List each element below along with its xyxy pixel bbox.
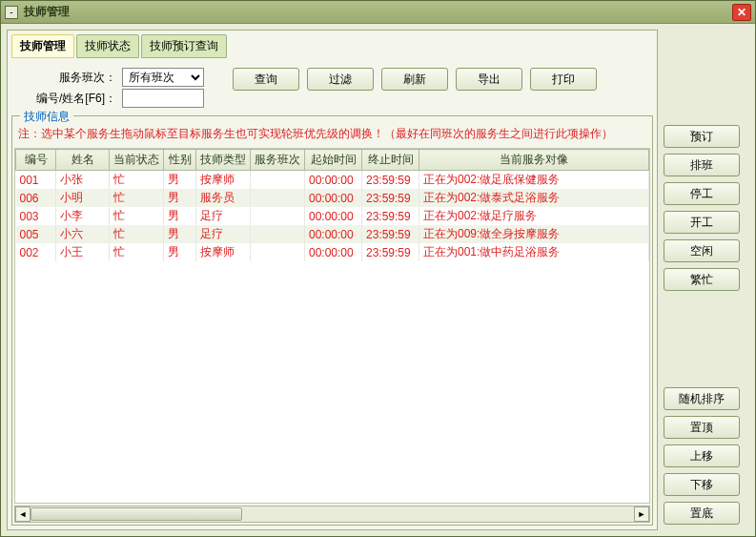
- top-button[interactable]: 置顶: [664, 416, 740, 439]
- cell-start: 00:00:00: [305, 243, 362, 261]
- tab-technician-manage[interactable]: 技师管理: [11, 34, 74, 58]
- table-header-row: 编号 姓名 当前状态 性别 技师类型 服务班次 起始时间 终止时间 当前服务对像: [16, 150, 649, 171]
- cell-id: 006: [16, 189, 56, 207]
- col-end[interactable]: 终止时间: [362, 150, 419, 171]
- cell-end: 23:59:59: [362, 243, 419, 261]
- horizontal-scrollbar[interactable]: ◄ ►: [14, 506, 650, 523]
- table-row[interactable]: 002小王忙男按摩师00:00:0023:59:59正在为001:做中药足浴服务: [16, 243, 649, 261]
- id-input[interactable]: [122, 89, 204, 108]
- shift-label: 服务班次：: [31, 70, 116, 86]
- shift-select[interactable]: 所有班次: [122, 68, 204, 87]
- note-text: 注：选中某个服务生拖动鼠标至目标服务生也可实现轮班优先级的调换！（最好在同班次的…: [12, 116, 652, 146]
- cell-type: 足疗: [196, 225, 251, 243]
- technician-table: 编号 姓名 当前状态 性别 技师类型 服务班次 起始时间 终止时间 当前服务对像: [15, 149, 649, 261]
- cell-status: 忙: [110, 207, 164, 225]
- cell-name: 小李: [56, 207, 110, 225]
- cell-shift: [251, 207, 305, 225]
- id-label: 编号/姓名[F6]：: [31, 91, 116, 107]
- cell-target: 正在为002:做足疗服务: [419, 207, 649, 225]
- cell-type: 按摩师: [196, 243, 251, 261]
- window-title: 技师管理: [24, 4, 732, 20]
- col-name[interactable]: 姓名: [56, 150, 110, 171]
- cell-shift: [251, 171, 305, 190]
- col-target[interactable]: 当前服务对像: [419, 150, 649, 171]
- cell-id: 002: [16, 243, 56, 261]
- idle-button[interactable]: 空闲: [664, 239, 740, 262]
- random-button[interactable]: 随机排序: [664, 387, 740, 410]
- cell-status: 忙: [110, 225, 164, 243]
- cell-shift: [251, 189, 305, 207]
- cell-name: 小明: [56, 189, 110, 207]
- scroll-left-icon[interactable]: ◄: [15, 506, 31, 522]
- bottom-button[interactable]: 置底: [664, 502, 740, 525]
- table-row[interactable]: 006小明忙男服务员00:00:0023:59:59正在为002:做泰式足浴服务: [16, 189, 649, 207]
- up-button[interactable]: 上移: [664, 444, 740, 467]
- cell-name: 小张: [56, 171, 110, 190]
- cell-id: 001: [16, 171, 56, 190]
- filter-button[interactable]: 过滤: [307, 68, 374, 91]
- table-row[interactable]: 005小六忙男足疗00:00:0023:59:59正在为009:做全身按摩服务: [16, 225, 649, 243]
- scroll-thumb[interactable]: [31, 507, 242, 521]
- refresh-button[interactable]: 刷新: [381, 68, 448, 91]
- cell-shift: [251, 243, 305, 261]
- cell-type: 足疗: [196, 207, 251, 225]
- cell-id: 003: [16, 207, 56, 225]
- table-wrap[interactable]: 编号 姓名 当前状态 性别 技师类型 服务班次 起始时间 终止时间 当前服务对像: [14, 148, 650, 504]
- table-row[interactable]: 001小张忙男按摩师00:00:0023:59:59正在为002:做足底保健服务: [16, 171, 649, 190]
- busy-button[interactable]: 繁忙: [664, 268, 740, 291]
- cell-shift: [251, 225, 305, 243]
- cell-start: 00:00:00: [305, 189, 362, 207]
- cell-target: 正在为001:做中药足浴服务: [419, 243, 649, 261]
- cell-end: 23:59:59: [362, 189, 419, 207]
- cell-status: 忙: [110, 189, 164, 207]
- close-icon[interactable]: ✕: [732, 4, 751, 21]
- cell-start: 00:00:00: [305, 171, 362, 190]
- scroll-right-icon[interactable]: ►: [634, 506, 649, 522]
- scroll-track[interactable]: [31, 506, 634, 522]
- cell-status: 忙: [110, 243, 164, 261]
- cell-gender: 男: [164, 189, 196, 207]
- table-row[interactable]: 003小李忙男足疗00:00:0023:59:59正在为002:做足疗服务: [16, 207, 649, 225]
- cell-gender: 男: [164, 207, 196, 225]
- tab-technician-status[interactable]: 技师状态: [76, 34, 139, 58]
- toolbar: 查询 过滤 刷新 导出 打印: [233, 68, 597, 91]
- cell-name: 小六: [56, 225, 110, 243]
- content: 技师管理 技师状态 技师预订查询 服务班次： 所有班次 编号/姓名[F6]：: [1, 24, 755, 536]
- start-button[interactable]: 开工: [664, 211, 740, 234]
- col-gender[interactable]: 性别: [164, 150, 196, 171]
- cell-status: 忙: [110, 171, 164, 190]
- cell-gender: 男: [164, 171, 196, 190]
- col-status[interactable]: 当前状态: [110, 150, 164, 171]
- schedule-button[interactable]: 排班: [664, 154, 740, 176]
- col-start[interactable]: 起始时间: [305, 150, 362, 171]
- col-id[interactable]: 编号: [16, 150, 56, 171]
- main-panel: 技师管理 技师状态 技师预订查询 服务班次： 所有班次 编号/姓名[F6]：: [7, 30, 658, 530]
- col-type[interactable]: 技师类型: [196, 150, 251, 171]
- stop-button[interactable]: 停工: [664, 182, 740, 205]
- cell-target: 正在为009:做全身按摩服务: [419, 225, 649, 243]
- cell-end: 23:59:59: [362, 171, 419, 190]
- titlebar: - 技师管理 ✕: [1, 1, 755, 24]
- export-button[interactable]: 导出: [456, 68, 522, 91]
- cell-gender: 男: [164, 225, 196, 243]
- cell-target: 正在为002:做泰式足浴服务: [419, 189, 649, 207]
- fieldset-legend: 技师信息: [20, 109, 73, 125]
- query-button[interactable]: 查询: [233, 68, 299, 91]
- cell-name: 小王: [56, 243, 110, 261]
- cell-type: 按摩师: [196, 171, 251, 190]
- window: - 技师管理 ✕ 技师管理 技师状态 技师预订查询 服务班次： 所有班次: [0, 0, 756, 537]
- tab-technician-reserve-query[interactable]: 技师预订查询: [141, 34, 227, 58]
- print-button[interactable]: 打印: [530, 68, 597, 91]
- cell-end: 23:59:59: [362, 207, 419, 225]
- cell-end: 23:59:59: [362, 225, 419, 243]
- cell-start: 00:00:00: [305, 225, 362, 243]
- down-button[interactable]: 下移: [664, 473, 740, 496]
- cell-type: 服务员: [196, 189, 251, 207]
- col-shift[interactable]: 服务班次: [251, 150, 305, 171]
- reserve-button[interactable]: 预订: [664, 125, 740, 148]
- minimize-icon[interactable]: -: [5, 6, 18, 19]
- cell-start: 00:00:00: [305, 207, 362, 225]
- cell-id: 005: [16, 225, 56, 243]
- technician-info-group: 技师信息 注：选中某个服务生拖动鼠标至目标服务生也可实现轮班优先级的调换！（最好…: [11, 115, 653, 526]
- tabstrip: 技师管理 技师状态 技师预订查询: [11, 34, 653, 58]
